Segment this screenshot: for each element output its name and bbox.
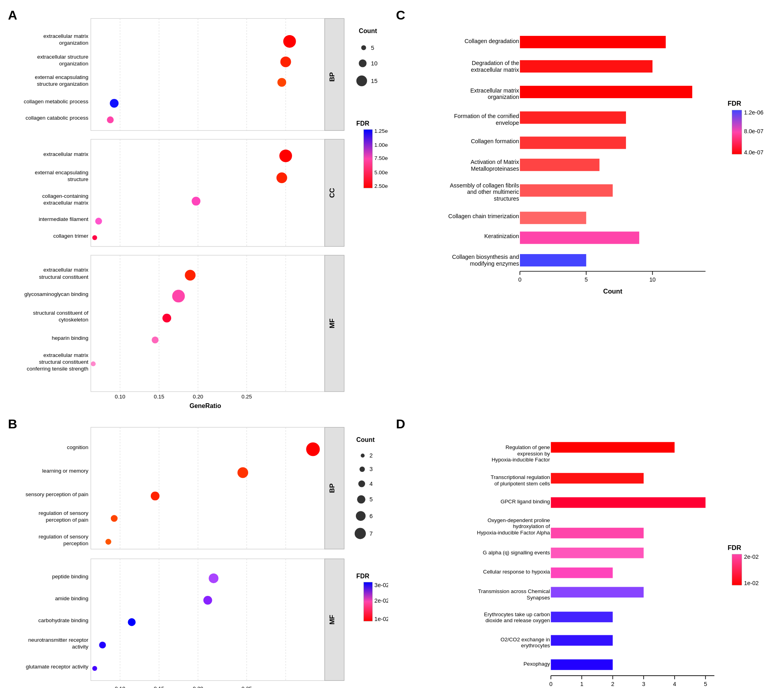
svg-rect-180	[363, 582, 372, 621]
svg-rect-108	[520, 254, 586, 266]
svg-text:G alpha (q) signalling events: G alpha (q) signalling events	[483, 550, 550, 556]
svg-text:7: 7	[369, 530, 373, 537]
svg-text:Cellular response to hypoxia: Cellular response to hypoxia	[483, 569, 550, 575]
svg-text:intermediate filament: intermediate filament	[39, 216, 89, 222]
svg-text:0.10: 0.10	[115, 394, 125, 400]
svg-point-158	[128, 618, 136, 626]
svg-point-173	[357, 495, 365, 504]
svg-text:Oxygen-dependent proline: Oxygen-dependent proline	[487, 517, 550, 523]
svg-text:5.00e-05: 5.00e-05	[374, 170, 388, 175]
svg-text:Activation of Matrix: Activation of Matrix	[470, 159, 519, 165]
svg-text:Regulation of gene: Regulation of gene	[505, 444, 550, 450]
svg-point-141	[105, 539, 111, 545]
svg-rect-198	[551, 548, 644, 558]
svg-text:structure: structure	[67, 176, 88, 182]
svg-rect-76	[363, 130, 372, 188]
svg-rect-206	[551, 612, 612, 623]
svg-text:Extracellular matrix: Extracellular matrix	[470, 87, 519, 94]
svg-text:5: 5	[585, 276, 588, 283]
svg-text:5: 5	[369, 496, 373, 503]
svg-rect-211	[551, 660, 612, 670]
svg-text:Count: Count	[359, 28, 377, 34]
svg-point-156	[209, 574, 218, 583]
svg-text:Collagen formation: Collagen formation	[471, 138, 519, 144]
svg-rect-203	[551, 587, 644, 598]
svg-point-59	[172, 290, 185, 303]
svg-point-60	[162, 313, 171, 322]
svg-text:regulation of sensory: regulation of sensory	[39, 534, 89, 540]
svg-point-40	[92, 235, 97, 240]
svg-text:conferring tensile strength: conferring tensile strength	[27, 366, 88, 372]
svg-text:10: 10	[371, 60, 377, 67]
svg-text:4: 4	[673, 681, 676, 687]
svg-rect-86	[520, 60, 652, 73]
svg-text:Assembly of collagen fibrils: Assembly of collagen fibrils	[450, 182, 519, 189]
svg-rect-118	[732, 110, 741, 154]
svg-text:expression by: expression by	[517, 451, 550, 457]
svg-text:1: 1	[580, 681, 583, 687]
svg-point-175	[356, 511, 365, 521]
svg-text:erythrocytes: erythrocytes	[521, 643, 550, 649]
svg-text:external encapsulating: external encapsulating	[35, 170, 88, 175]
svg-text:perception of pain: perception of pain	[46, 517, 89, 523]
svg-rect-103	[520, 212, 586, 224]
svg-rect-122	[91, 428, 325, 549]
svg-text:Transmission across Chemical: Transmission across Chemical	[478, 588, 550, 594]
svg-point-73	[356, 75, 367, 86]
svg-point-38	[192, 197, 200, 205]
svg-text:extracellular matrix: extracellular matrix	[43, 200, 89, 206]
svg-rect-101	[520, 184, 613, 197]
svg-rect-190	[551, 473, 644, 484]
panel-c-barchart: Collagen degradation Degradation of the …	[396, 8, 776, 389]
svg-text:1e-02: 1e-02	[374, 616, 388, 623]
svg-point-167	[361, 454, 365, 458]
svg-text:glycosaminoglycan binding: glycosaminoglycan binding	[24, 291, 88, 297]
svg-text:dioxide and release oxygen: dioxide and release oxygen	[485, 618, 550, 624]
svg-text:carbohydrate binding: carbohydrate binding	[38, 617, 88, 623]
svg-rect-200	[551, 568, 612, 578]
svg-text:0.25: 0.25	[241, 394, 252, 400]
svg-point-159	[99, 642, 106, 649]
svg-text:and other multimeric: and other multimeric	[467, 189, 519, 195]
svg-text:cytoskeleton: cytoskeleton	[59, 317, 89, 323]
svg-text:amide binding: amide binding	[55, 595, 89, 601]
svg-text:collagen metabolic process: collagen metabolic process	[24, 99, 89, 104]
svg-text:neurotransmitter receptor: neurotransmitter receptor	[28, 637, 89, 643]
svg-text:organization: organization	[59, 61, 88, 67]
svg-text:structural constituent: structural constituent	[39, 359, 89, 365]
svg-text:5: 5	[704, 681, 707, 687]
svg-text:Metalloproteinases: Metalloproteinases	[471, 166, 519, 172]
svg-rect-41	[91, 255, 325, 392]
svg-text:extracellular matrix: extracellular matrix	[43, 151, 89, 157]
svg-text:15: 15	[371, 78, 377, 84]
svg-text:external encapsulating: external encapsulating	[35, 74, 88, 80]
svg-text:sensory perception of pain: sensory perception of pain	[26, 491, 88, 497]
svg-rect-97	[520, 159, 599, 171]
svg-text:Formation of the cornified: Formation of the cornified	[454, 113, 519, 119]
panel-d: D Regulation of gene expression by Hypox…	[392, 413, 780, 688]
svg-rect-196	[551, 528, 644, 539]
svg-text:regulation of sensory: regulation of sensory	[39, 511, 89, 516]
svg-text:GPCR ligand binding: GPCR ligand binding	[500, 499, 550, 505]
svg-text:O2/CO2 exchange in: O2/CO2 exchange in	[500, 637, 550, 643]
svg-point-58	[185, 270, 196, 281]
svg-text:hydroxylation of: hydroxylation of	[513, 524, 550, 530]
svg-point-37	[276, 172, 287, 183]
svg-text:Collagen degradation: Collagen degradation	[464, 38, 519, 44]
svg-text:Erythrocytes take up carbon: Erythrocytes take up carbon	[484, 611, 550, 617]
svg-text:0.15: 0.15	[154, 686, 164, 688]
svg-text:FDR: FDR	[727, 100, 741, 107]
svg-text:modifying enzymes: modifying enzymes	[470, 260, 519, 267]
panel-b-dotplot: BP cognition learning or memory sensory …	[8, 417, 388, 688]
svg-text:structure organization: structure organization	[37, 81, 88, 87]
svg-text:Synapses: Synapses	[527, 595, 550, 601]
svg-text:collagen trimer: collagen trimer	[53, 233, 89, 239]
svg-text:0: 0	[549, 681, 552, 687]
svg-text:1.25e-04: 1.25e-04	[374, 128, 388, 134]
svg-rect-92	[520, 111, 626, 124]
svg-text:3: 3	[642, 681, 645, 687]
svg-text:0.10: 0.10	[115, 686, 125, 688]
svg-text:Degradation of the: Degradation of the	[472, 60, 519, 66]
svg-rect-142	[91, 559, 325, 680]
svg-rect-94	[520, 136, 626, 149]
